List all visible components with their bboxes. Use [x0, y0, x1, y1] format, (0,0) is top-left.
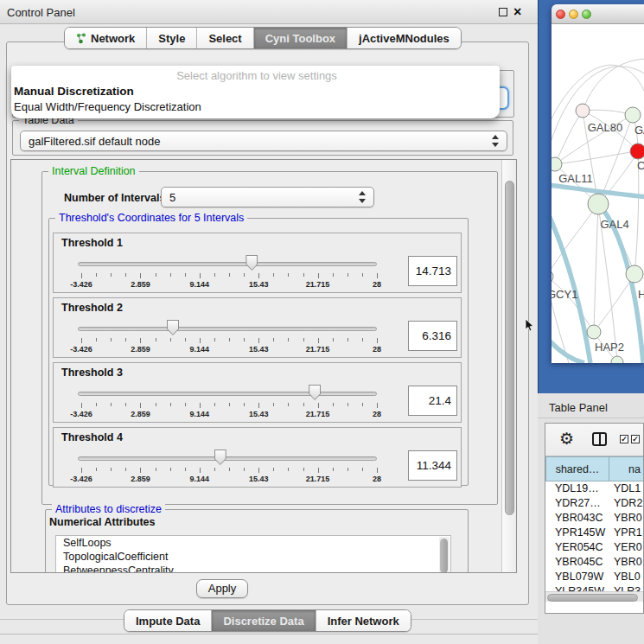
- settings-vertical-scrollbar[interactable]: [501, 160, 516, 572]
- slider-tick: [125, 273, 126, 277]
- threshold-slider-thumb[interactable]: [309, 385, 321, 400]
- table-row[interactable]: YBL079WYBL0: [545, 570, 644, 584]
- node-label: GCY1: [552, 288, 577, 301]
- tab-discretize-data[interactable]: Discretize Data: [212, 610, 316, 631]
- table-row[interactable]: YDR27…YDR2: [545, 496, 644, 511]
- slider-tick: [185, 403, 186, 406]
- tab-label: jActiveMNodules: [359, 32, 450, 45]
- columns-icon[interactable]: [592, 432, 607, 446]
- slider-tick: [377, 403, 378, 408]
- apply-button[interactable]: Apply: [196, 579, 248, 598]
- numerical-attributes-label: Numerical Attributes: [49, 516, 155, 528]
- threshold-slider-track[interactable]: [78, 456, 377, 461]
- node-right[interactable]: [626, 265, 643, 283]
- checkbox-icon[interactable]: ✓: [620, 435, 628, 443]
- node-green-top[interactable]: [625, 107, 641, 123]
- node-red[interactable]: [630, 143, 644, 159]
- slider-tick: [244, 273, 245, 277]
- tab-network[interactable]: Network: [65, 28, 147, 48]
- tab-infer-network[interactable]: Infer Network: [316, 610, 411, 631]
- numerical-attributes-list[interactable]: SelfLoopsTopologicalCoefficientBetweenne…: [55, 535, 451, 573]
- slider-tick: [81, 273, 82, 278]
- threshold-value-field[interactable]: 11.344: [408, 450, 457, 481]
- threshold-panel-2: Threshold 2-3.4262.8599.14415.4321.71528…: [53, 297, 462, 358]
- threshold-slider-thumb[interactable]: [214, 450, 226, 465]
- table-horizontal-scrollbar[interactable]: [545, 591, 643, 602]
- threshold-value-field[interactable]: 14.713: [408, 256, 457, 286]
- threshold-slider-track[interactable]: [78, 327, 377, 331]
- zoom-traffic-light-icon[interactable]: [582, 10, 591, 19]
- table-row[interactable]: YPR145WYPR1: [545, 526, 644, 540]
- threshold-value-field[interactable]: 21.4: [408, 386, 457, 416]
- close-traffic-light-icon[interactable]: [556, 10, 565, 19]
- algorithm-option[interactable]: Manual Discretization: [11, 84, 500, 99]
- table-row[interactable]: YER054CYER0: [545, 540, 644, 555]
- attribute-list-item[interactable]: SelfLoops: [56, 536, 450, 550]
- slider-tick-label: 15.43: [249, 475, 269, 483]
- network-edge[interactable]: [594, 204, 598, 332]
- slider-tick: [288, 403, 289, 406]
- slider-tick-label: 2.859: [131, 475, 150, 483]
- checkbox-icon[interactable]: ✓: [631, 435, 640, 443]
- slider-tick: [111, 273, 112, 277]
- attribute-list-item[interactable]: BetweennessCentrality: [56, 564, 450, 573]
- tab-jactivemnodules[interactable]: jActiveMNodules: [348, 28, 461, 48]
- column-header-name[interactable]: na: [609, 456, 644, 481]
- network-edge[interactable]: [555, 151, 638, 164]
- algorithm-placeholder-option[interactable]: Select algorithm to view settings: [11, 68, 500, 84]
- application-root: Control Panel × NetworkStyleSelectCyni T…: [0, 0, 644, 644]
- node-hap2[interactable]: [587, 325, 601, 339]
- node-gal4[interactable]: [588, 194, 609, 214]
- table-row[interactable]: YBR043CYBR0: [545, 511, 644, 526]
- network-canvas[interactable]: GAL80GACGAL11GAL4GCY1HHAP2: [552, 24, 644, 363]
- network-edge[interactable]: [555, 111, 583, 164]
- network-edge[interactable]: [594, 274, 634, 332]
- node-label: GA: [634, 124, 644, 137]
- table-data-value: galFiltered.sif default node: [29, 135, 160, 148]
- number-of-intervals-select[interactable]: 5: [161, 187, 374, 207]
- threshold-slider-track[interactable]: [78, 392, 377, 396]
- slider-tick: [362, 338, 363, 341]
- tab-select[interactable]: Select: [197, 28, 253, 48]
- slider-tick: [348, 468, 348, 471]
- close-window-icon[interactable]: ×: [513, 3, 521, 21]
- cell-name: YBR0: [609, 555, 644, 570]
- minimize-traffic-light-icon[interactable]: [569, 10, 578, 19]
- cell-name: YDR2: [609, 496, 644, 511]
- table-data-select[interactable]: galFiltered.sif default node: [20, 131, 507, 151]
- attributes-list-scrollbar[interactable]: [439, 537, 450, 573]
- tab-style[interactable]: Style: [147, 28, 197, 48]
- table-row[interactable]: YLR345WYLR3: [545, 584, 644, 591]
- slider-tick: [125, 338, 126, 341]
- threshold-slider-thumb[interactable]: [167, 320, 179, 335]
- column-header-shared-name[interactable]: shared…: [545, 456, 609, 481]
- table-row[interactable]: YDL19…YDL1: [545, 481, 644, 496]
- threshold-value-field[interactable]: 6.316: [408, 321, 457, 351]
- node-gal11[interactable]: [552, 157, 562, 171]
- slider-tick: [258, 403, 259, 408]
- attribute-list-item[interactable]: TopologicalCoefficient: [56, 550, 450, 564]
- slider-tick: [140, 403, 141, 408]
- network-edge-highlighted[interactable]: [552, 206, 590, 363]
- slider-tick: [377, 338, 378, 343]
- tab-impute-data[interactable]: Impute Data: [124, 610, 212, 631]
- float-window-icon[interactable]: [499, 8, 507, 16]
- threshold-slider-track[interactable]: [78, 262, 377, 266]
- tab-cyni-toolbox[interactable]: Cyni Toolbox: [254, 28, 348, 48]
- slider-tick: [200, 273, 201, 278]
- threshold-coordinates-title: Threshold's Coordinates for 5 Intervals: [55, 212, 247, 224]
- slider-tick: [170, 338, 171, 341]
- slider-tick-label: 15.43: [249, 410, 269, 418]
- mouse-cursor: [525, 319, 534, 333]
- slider-tick: [244, 403, 245, 406]
- network-icon: [76, 33, 86, 44]
- table-row[interactable]: YBR045CYBR0: [545, 555, 644, 570]
- node-pink[interactable]: [576, 104, 590, 118]
- cell-shared-name: YDL19…: [545, 481, 609, 496]
- slider-tick: [81, 468, 82, 473]
- gear-icon[interactable]: ⚙: [559, 430, 574, 449]
- interval-definition-title: Interval Definition: [48, 165, 139, 177]
- algorithm-option[interactable]: Equal Width/Frequency Discretization: [11, 99, 500, 115]
- threshold-slider-thumb[interactable]: [245, 255, 258, 271]
- slider-tick: [140, 338, 141, 343]
